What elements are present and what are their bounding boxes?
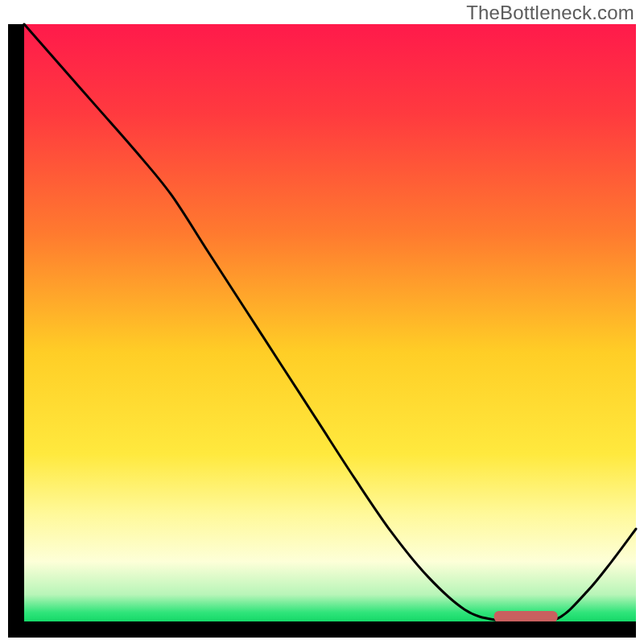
bottleneck-chart bbox=[0, 0, 644, 644]
x-axis bbox=[8, 621, 636, 638]
y-axis bbox=[8, 24, 24, 638]
optimal-marker bbox=[494, 611, 558, 622]
plot-background bbox=[24, 24, 636, 621]
watermark-label: TheBottleneck.com bbox=[466, 2, 634, 24]
chart-container: TheBottleneck.com bbox=[0, 0, 644, 644]
